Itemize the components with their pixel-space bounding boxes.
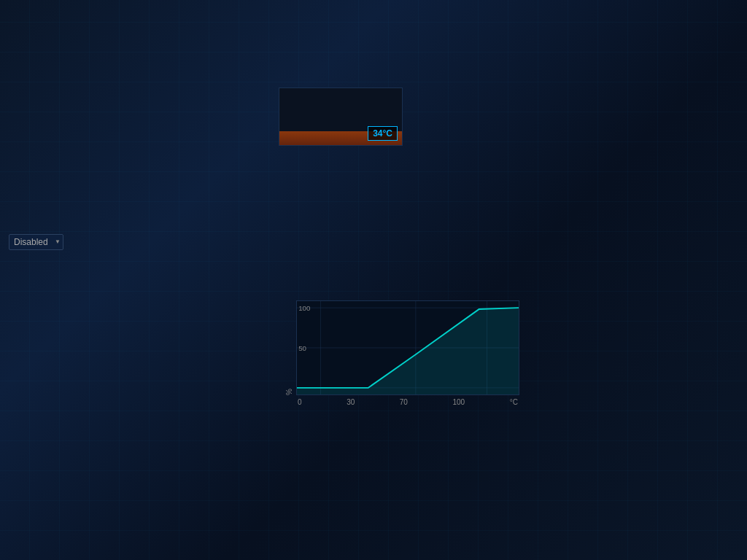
cpu-temp-badge: 34°C xyxy=(368,126,398,141)
xmp-select[interactable]: Disabled Profile 1 Profile 2 xyxy=(9,234,63,250)
svg-text:50: 50 xyxy=(298,345,306,351)
chart-y-label: % xyxy=(285,300,293,395)
xmp-select-wrapper: Disabled Profile 1 Profile 2 xyxy=(9,234,63,250)
cpu-temp-gauge: 34°C xyxy=(279,88,403,146)
x-label-30: 30 xyxy=(347,398,355,406)
fan-chart-svg: 100 50 xyxy=(296,300,519,395)
x-label-70: 70 xyxy=(400,398,408,406)
svg-text:100: 100 xyxy=(298,305,310,311)
chart-wrapper: 100 50 0 30 70 100 xyxy=(296,300,519,406)
x-label-100: 100 xyxy=(453,398,465,406)
chart-area: % 100 50 xyxy=(285,300,519,406)
svg-marker-9 xyxy=(297,308,519,394)
x-unit: °C xyxy=(510,398,518,406)
main-container: /ASUS UEFI BIOS Utility – EZ Mode 🌐 Engl… xyxy=(0,0,747,560)
background xyxy=(0,0,747,560)
x-label-0: 0 xyxy=(298,398,302,406)
chart-x-labels: 0 30 70 100 °C xyxy=(296,398,519,406)
